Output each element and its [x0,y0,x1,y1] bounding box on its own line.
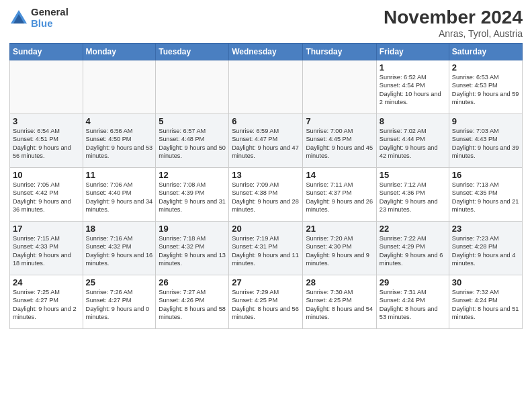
table-row: 23Sunrise: 7:23 AM Sunset: 4:28 PM Dayli… [449,222,522,275]
day-number: 30 [452,277,519,287]
col-monday: Monday [83,44,156,60]
table-row: 8Sunrise: 7:02 AM Sunset: 4:44 PM Daylig… [376,114,449,168]
header-row: Sunday Monday Tuesday Wednesday Thursday… [10,44,523,60]
day-number: 13 [232,170,300,180]
calendar-row: 10Sunrise: 7:05 AM Sunset: 4:42 PM Dayli… [10,168,523,222]
logo-text: General Blue [31,7,69,29]
day-info: Sunrise: 7:00 AM Sunset: 4:45 PM Dayligh… [306,127,373,161]
day-number: 19 [159,224,226,234]
day-info: Sunrise: 7:27 AM Sunset: 4:26 PM Dayligh… [159,288,226,322]
day-info: Sunrise: 7:26 AM Sunset: 4:27 PM Dayligh… [86,288,153,322]
day-number: 24 [13,277,80,287]
location: Anras, Tyrol, Austria [384,28,523,39]
col-tuesday: Tuesday [156,44,229,60]
day-number: 9 [452,116,519,126]
day-info: Sunrise: 7:19 AM Sunset: 4:31 PM Dayligh… [232,234,300,268]
day-info: Sunrise: 7:03 AM Sunset: 4:43 PM Dayligh… [452,127,519,161]
calendar-row: 1Sunrise: 6:52 AM Sunset: 4:54 PM Daylig… [10,60,523,114]
table-row: 3Sunrise: 6:54 AM Sunset: 4:51 PM Daylig… [10,114,83,168]
day-number: 26 [159,277,226,287]
day-number: 2 [452,62,519,73]
table-row: 18Sunrise: 7:16 AM Sunset: 4:32 PM Dayli… [83,222,156,275]
col-friday: Friday [376,44,449,60]
title-section: November 2024 Anras, Tyrol, Austria [384,7,523,39]
table-row: 15Sunrise: 7:12 AM Sunset: 4:36 PM Dayli… [376,168,449,222]
header: General Blue November 2024 Anras, Tyrol,… [9,7,523,39]
day-info: Sunrise: 7:22 AM Sunset: 4:29 PM Dayligh… [380,234,446,268]
table-row [303,60,376,114]
day-info: Sunrise: 7:16 AM Sunset: 4:32 PM Dayligh… [86,234,153,268]
day-info: Sunrise: 7:12 AM Sunset: 4:36 PM Dayligh… [380,181,446,214]
day-info: Sunrise: 7:25 AM Sunset: 4:27 PM Dayligh… [13,288,80,322]
col-saturday: Saturday [449,44,522,60]
day-info: Sunrise: 6:57 AM Sunset: 4:48 PM Dayligh… [159,127,226,161]
day-info: Sunrise: 6:59 AM Sunset: 4:47 PM Dayligh… [232,127,300,161]
day-number: 16 [452,170,519,180]
table-row: 25Sunrise: 7:26 AM Sunset: 4:27 PM Dayli… [83,275,156,329]
day-number: 29 [380,277,446,287]
day-info: Sunrise: 6:53 AM Sunset: 4:53 PM Dayligh… [452,73,519,107]
calendar-row: 17Sunrise: 7:15 AM Sunset: 4:33 PM Dayli… [10,222,523,275]
day-number: 23 [452,224,519,234]
day-info: Sunrise: 7:32 AM Sunset: 4:24 PM Dayligh… [452,288,519,322]
day-number: 5 [159,116,226,126]
table-row: 21Sunrise: 7:20 AM Sunset: 4:30 PM Dayli… [303,222,376,275]
day-info: Sunrise: 7:15 AM Sunset: 4:33 PM Dayligh… [13,234,80,268]
calendar-row: 3Sunrise: 6:54 AM Sunset: 4:51 PM Daylig… [10,114,523,168]
day-number: 3 [13,116,80,126]
table-row [229,60,303,114]
page: General Blue November 2024 Anras, Tyrol,… [0,0,532,411]
table-row: 20Sunrise: 7:19 AM Sunset: 4:31 PM Dayli… [229,222,303,275]
day-number: 14 [306,170,373,180]
day-number: 18 [86,224,153,234]
calendar: Sunday Monday Tuesday Wednesday Thursday… [9,43,523,329]
table-row: 4Sunrise: 6:56 AM Sunset: 4:50 PM Daylig… [83,114,156,168]
table-row: 16Sunrise: 7:13 AM Sunset: 4:35 PM Dayli… [449,168,522,222]
col-thursday: Thursday [303,44,376,60]
table-row: 13Sunrise: 7:09 AM Sunset: 4:38 PM Dayli… [229,168,303,222]
table-row: 17Sunrise: 7:15 AM Sunset: 4:33 PM Dayli… [10,222,83,275]
table-row: 11Sunrise: 7:06 AM Sunset: 4:40 PM Dayli… [83,168,156,222]
day-number: 21 [306,224,373,234]
day-info: Sunrise: 7:30 AM Sunset: 4:25 PM Dayligh… [306,288,373,322]
day-number: 20 [232,224,300,234]
table-row [156,60,229,114]
day-info: Sunrise: 6:54 AM Sunset: 4:51 PM Dayligh… [13,127,80,161]
day-number: 27 [232,277,300,287]
day-number: 25 [86,277,153,287]
day-number: 11 [86,170,153,180]
logo-general-text: General [31,7,69,18]
table-row: 5Sunrise: 6:57 AM Sunset: 4:48 PM Daylig… [156,114,229,168]
day-number: 1 [380,62,446,73]
day-info: Sunrise: 7:29 AM Sunset: 4:25 PM Dayligh… [232,288,300,322]
table-row: 29Sunrise: 7:31 AM Sunset: 4:24 PM Dayli… [376,275,449,329]
day-info: Sunrise: 7:06 AM Sunset: 4:40 PM Dayligh… [86,181,153,214]
table-row: 22Sunrise: 7:22 AM Sunset: 4:29 PM Dayli… [376,222,449,275]
day-info: Sunrise: 7:13 AM Sunset: 4:35 PM Dayligh… [452,181,519,214]
table-row: 10Sunrise: 7:05 AM Sunset: 4:42 PM Dayli… [10,168,83,222]
calendar-header: Sunday Monday Tuesday Wednesday Thursday… [10,44,523,60]
day-number: 8 [380,116,446,126]
table-row: 27Sunrise: 7:29 AM Sunset: 4:25 PM Dayli… [229,275,303,329]
day-number: 6 [232,116,300,126]
logo-icon [9,9,28,28]
table-row: 14Sunrise: 7:11 AM Sunset: 4:37 PM Dayli… [303,168,376,222]
day-number: 10 [13,170,80,180]
day-info: Sunrise: 7:18 AM Sunset: 4:32 PM Dayligh… [159,234,226,268]
day-number: 17 [13,224,80,234]
col-sunday: Sunday [10,44,83,60]
day-info: Sunrise: 7:05 AM Sunset: 4:42 PM Dayligh… [13,181,80,214]
calendar-body: 1Sunrise: 6:52 AM Sunset: 4:54 PM Daylig… [10,60,523,329]
day-info: Sunrise: 6:52 AM Sunset: 4:54 PM Dayligh… [380,73,446,107]
table-row: 30Sunrise: 7:32 AM Sunset: 4:24 PM Dayli… [449,275,522,329]
logo: General Blue [9,7,69,29]
day-number: 28 [306,277,373,287]
table-row: 26Sunrise: 7:27 AM Sunset: 4:26 PM Dayli… [156,275,229,329]
day-info: Sunrise: 7:20 AM Sunset: 4:30 PM Dayligh… [306,234,373,268]
table-row: 24Sunrise: 7:25 AM Sunset: 4:27 PM Dayli… [10,275,83,329]
logo-blue-text: Blue [31,18,69,30]
calendar-row: 24Sunrise: 7:25 AM Sunset: 4:27 PM Dayli… [10,275,523,329]
day-number: 22 [380,224,446,234]
table-row: 28Sunrise: 7:30 AM Sunset: 4:25 PM Dayli… [303,275,376,329]
day-info: Sunrise: 7:31 AM Sunset: 4:24 PM Dayligh… [380,288,446,322]
